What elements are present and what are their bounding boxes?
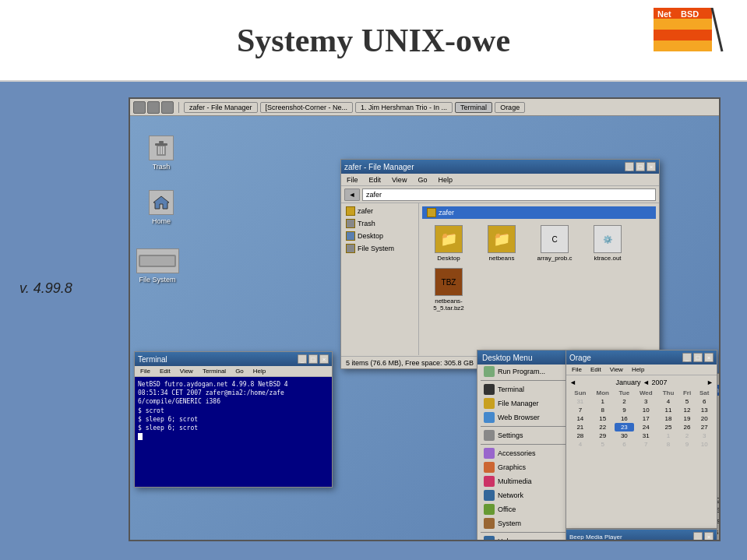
cal-day[interactable]: 28	[569, 431, 591, 440]
orage-maximize[interactable]: □	[693, 353, 703, 362]
terminal-menu-terminal[interactable]: Terminal	[200, 368, 228, 375]
taskbar-btn-screenshot[interactable]: [Screenshot-Corner - Ne...	[260, 102, 354, 113]
terminal-maximize[interactable]: □	[308, 354, 318, 364]
start-icon[interactable]	[133, 101, 146, 114]
file-manager-title: zafer - File Manager	[344, 163, 414, 171]
prev-month-button[interactable]: ◄	[569, 379, 576, 386]
cal-day[interactable]: 6	[695, 397, 714, 406]
cal-day[interactable]: 8	[657, 440, 678, 449]
desktop-icon-trash[interactable]: Trash	[138, 136, 185, 171]
cal-day[interactable]: 22	[591, 423, 615, 431]
cal-day[interactable]: 20	[695, 414, 714, 423]
cal-day[interactable]: 1	[591, 397, 615, 406]
taskbar-btn-terminal[interactable]: Terminal	[455, 102, 492, 113]
orage-menu-edit[interactable]: Edit	[588, 366, 604, 373]
terminal-menu-go[interactable]: Go	[233, 368, 246, 375]
file-icon-array[interactable]: C array_prob.c	[531, 225, 578, 262]
netbsd-logo: Net BSD	[654, 8, 724, 70]
cal-day[interactable]: 11	[657, 406, 678, 414]
orage-menu-view[interactable]: View	[608, 366, 625, 373]
cal-day[interactable]: 9	[679, 440, 696, 449]
terminal-body[interactable]: NetBSD futro.aydogan.net 4.99.8 NetBSD 4…	[135, 377, 332, 444]
media-close[interactable]: ×	[704, 532, 714, 541]
taskbar-btn-music[interactable]: 1. Jim Hershman Trio - In ...	[355, 102, 453, 113]
cal-day[interactable]: 3	[695, 431, 714, 440]
cal-day[interactable]: 7	[634, 440, 657, 449]
cal-day[interactable]: 15	[591, 414, 615, 423]
cal-day[interactable]: 10	[634, 406, 657, 414]
orage-titlebar: Orage _ □ ×	[566, 350, 717, 365]
close-button[interactable]: ×	[647, 162, 656, 171]
cal-day[interactable]: 10	[695, 440, 714, 449]
file-icon-ktrace[interactable]: ⚙️ ktrace.out	[584, 225, 631, 262]
cal-day[interactable]: 3	[634, 397, 657, 406]
maximize-button[interactable]: □	[636, 162, 645, 171]
cal-day[interactable]: 1	[657, 431, 678, 440]
terminal-minimize[interactable]: _	[298, 354, 307, 364]
terminal-menu-help[interactable]: Help	[251, 368, 268, 375]
file-manager-menubar: File Edit View Go Help	[341, 174, 659, 186]
orage-minimize[interactable]: _	[682, 353, 692, 362]
cal-day[interactable]: 31	[634, 431, 657, 440]
menu-file[interactable]: File	[344, 176, 361, 184]
cal-day[interactable]: 4	[657, 397, 678, 406]
cal-day[interactable]: 23	[615, 423, 634, 431]
cal-day[interactable]: 9	[615, 406, 634, 414]
toolbar-back[interactable]: ◄	[344, 188, 360, 201]
cal-day[interactable]: 2	[679, 431, 696, 440]
cal-day[interactable]: 2	[615, 397, 634, 406]
orage-menu-file[interactable]: File	[569, 366, 584, 373]
menu-view[interactable]: View	[389, 176, 409, 184]
terminal-menu-edit[interactable]: Edit	[157, 368, 173, 375]
cal-day[interactable]: 4	[569, 440, 591, 449]
minimize-button[interactable]: _	[625, 162, 634, 171]
tree-item-zafer[interactable]: zafer	[343, 205, 417, 217]
home-label: Home	[152, 217, 171, 225]
cal-day[interactable]: 8	[591, 406, 615, 414]
menu-go[interactable]: Go	[415, 176, 429, 184]
cal-day[interactable]: 5	[679, 397, 696, 406]
taskbar-icon3[interactable]	[161, 101, 174, 114]
cal-day[interactable]: 19	[679, 414, 696, 423]
terminal-menu-file[interactable]: File	[138, 368, 153, 375]
orage-close[interactable]: ×	[704, 353, 714, 362]
cal-day[interactable]: 5	[591, 440, 615, 449]
cal-day[interactable]: 25	[657, 423, 678, 431]
orage-menu-help[interactable]: Help	[629, 366, 647, 373]
taskbar-btn-orage[interactable]: Orage	[495, 102, 525, 113]
cal-day[interactable]: 27	[695, 423, 714, 431]
cal-day[interactable]: 30	[615, 431, 634, 440]
tree-item-desktop[interactable]: Desktop	[343, 230, 417, 242]
cal-day[interactable]: 14	[569, 414, 591, 423]
cal-day[interactable]: 21	[569, 423, 591, 431]
taskbar-btn-filemanager[interactable]: zafer - File Manager	[184, 102, 258, 113]
cal-day[interactable]: 16	[615, 414, 634, 423]
cal-day[interactable]: 24	[634, 423, 657, 431]
file-icon-netbeans[interactable]: 📁 netbeans	[478, 225, 525, 262]
desktop-icon-filesystem[interactable]: File System	[134, 248, 181, 284]
cal-day[interactable]: 17	[634, 414, 657, 423]
menu-help[interactable]: Help	[435, 176, 455, 184]
media-minimize[interactable]: _	[693, 532, 703, 541]
tree-item-trash[interactable]: Trash	[343, 217, 417, 230]
terminal-menu-view[interactable]: View	[178, 368, 196, 375]
svg-rect-3	[654, 41, 712, 51]
tree-item-filesystem[interactable]: File System	[343, 242, 417, 255]
cal-day[interactable]: 6	[615, 440, 634, 449]
terminal-close[interactable]: ×	[319, 354, 329, 364]
file-icon-desktop[interactable]: 📁 Desktop	[425, 225, 472, 262]
cal-day[interactable]: 26	[679, 423, 696, 431]
cal-day[interactable]: 12	[679, 406, 696, 414]
file-icon-netbeans-tar[interactable]: TBZ netbeans-5_5.tar.bz2	[425, 268, 472, 312]
next-month-button[interactable]: ►	[706, 379, 714, 386]
location-bar[interactable]: zafer	[362, 188, 656, 201]
cal-day[interactable]: 18	[657, 414, 678, 423]
cal-day[interactable]: 31	[569, 397, 591, 406]
menu-edit[interactable]: Edit	[367, 176, 384, 184]
cal-day[interactable]: 29	[591, 431, 615, 440]
cal-day[interactable]: 7	[569, 406, 591, 414]
cal-sat: Sat	[695, 389, 714, 397]
desktop-icon-home[interactable]: Home	[138, 190, 185, 225]
taskbar-icon2[interactable]	[147, 101, 160, 114]
cal-day[interactable]: 13	[695, 406, 714, 414]
